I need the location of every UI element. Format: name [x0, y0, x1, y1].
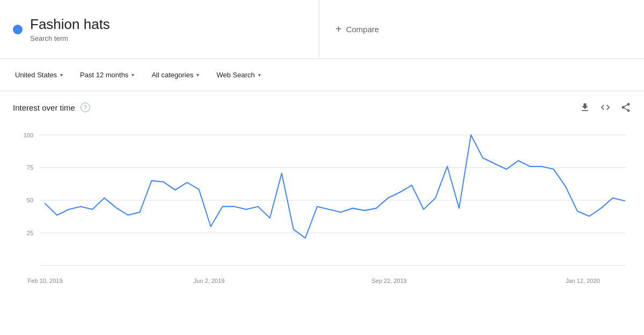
- svg-text:100: 100: [24, 132, 33, 138]
- svg-text:50: 50: [27, 197, 33, 203]
- compare-label: Compare: [346, 25, 379, 34]
- term-color-dot: [13, 25, 23, 34]
- region-label: United States: [15, 71, 57, 79]
- svg-text:Feb 10, 2019: Feb 10, 2019: [28, 277, 63, 283]
- share-button[interactable]: [620, 102, 631, 113]
- interest-chart: 100 75 50 25 Feb 10, 2019 Jun 2, 2019 Se…: [13, 123, 631, 295]
- plus-icon: +: [335, 23, 342, 35]
- svg-text:25: 25: [27, 230, 33, 236]
- svg-text:75: 75: [27, 164, 33, 171]
- embed-button[interactable]: [600, 102, 611, 113]
- download-button[interactable]: [580, 102, 590, 113]
- share-icon: [620, 102, 631, 113]
- search-term-text: Fashion hats Search term: [30, 16, 110, 42]
- search-type-label: Web Search: [216, 71, 254, 79]
- time-label: Past 12 months: [80, 71, 128, 79]
- search-type-chevron-icon: ▾: [258, 72, 261, 78]
- category-label: All categories: [151, 71, 193, 79]
- svg-text:Sep 22, 2019: Sep 22, 2019: [371, 277, 407, 283]
- category-chevron-icon: ▾: [196, 72, 199, 78]
- embed-icon: [600, 102, 611, 113]
- chart-header: Interest over time ?: [13, 102, 631, 113]
- search-term-title: Fashion hats: [30, 16, 110, 33]
- chart-actions: [580, 102, 631, 113]
- compare-button[interactable]: + Compare: [335, 23, 379, 35]
- header: Fashion hats Search term + Compare: [0, 0, 644, 59]
- chart-container: 100 75 50 25 Feb 10, 2019 Jun 2, 2019 Se…: [13, 123, 631, 295]
- svg-text:Jun 2, 2019: Jun 2, 2019: [194, 277, 225, 283]
- region-chevron-icon: ▾: [60, 72, 63, 78]
- filters-bar: United States ▾ Past 12 months ▾ All cat…: [0, 59, 644, 91]
- search-term-type: Search term: [30, 34, 110, 42]
- download-icon: [580, 102, 590, 113]
- chart-section: Interest over time ? 100 75: [0, 91, 644, 306]
- search-type-filter[interactable]: Web Search ▾: [210, 68, 267, 82]
- chart-title: Interest over time: [13, 103, 75, 112]
- compare-section: + Compare: [319, 0, 644, 59]
- chart-title-area: Interest over time ?: [13, 103, 90, 112]
- help-icon[interactable]: ?: [80, 103, 90, 112]
- category-filter[interactable]: All categories ▾: [145, 68, 206, 82]
- time-chevron-icon: ▾: [131, 72, 134, 78]
- region-filter[interactable]: United States ▾: [9, 68, 69, 82]
- time-filter[interactable]: Past 12 months ▾: [74, 68, 141, 82]
- search-term-section: Fashion hats Search term: [0, 0, 319, 59]
- svg-text:Jan 12, 2020: Jan 12, 2020: [566, 277, 600, 283]
